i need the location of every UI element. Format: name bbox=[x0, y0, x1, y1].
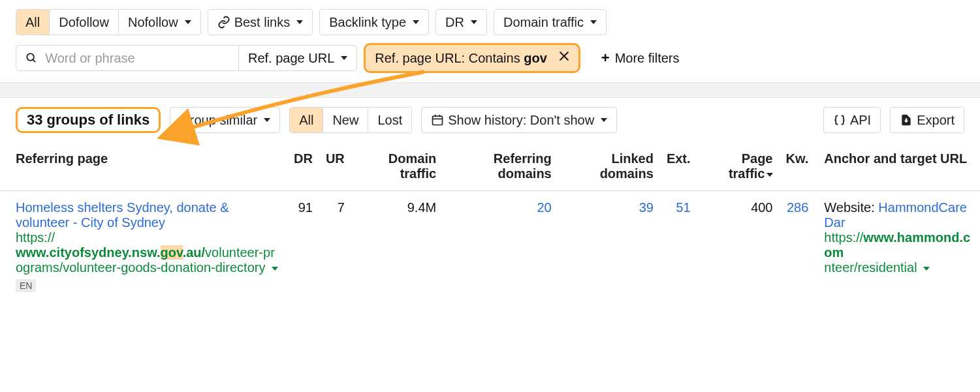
col-anchor[interactable]: Anchor and target URL bbox=[815, 142, 980, 191]
group-similar-dropdown[interactable]: Group similar bbox=[170, 107, 280, 133]
status-segment: All New Lost bbox=[289, 107, 412, 133]
col-referring-domains[interactable]: Referring domains bbox=[443, 142, 558, 191]
follow-segment: All Dofollow Nofollow bbox=[16, 9, 201, 35]
backlink-type-label: Backlink type bbox=[329, 15, 406, 30]
best-links-label: Best links bbox=[234, 15, 291, 30]
svg-point-0 bbox=[27, 53, 34, 61]
follow-all[interactable]: All bbox=[16, 10, 50, 35]
referring-page-url[interactable]: https://www.cityofsydney.nsw.gov.au/volu… bbox=[16, 230, 281, 275]
cell-dr: 91 bbox=[287, 191, 319, 302]
domain-traffic-filter[interactable]: Domain traffic bbox=[494, 9, 607, 35]
cell-linked-domains[interactable]: 39 bbox=[639, 200, 654, 215]
follow-dofollow[interactable]: Dofollow bbox=[50, 10, 119, 35]
chevron-down-icon bbox=[471, 20, 477, 24]
summary-row: 33 groups of links Group similar All New… bbox=[0, 98, 980, 142]
export-button[interactable]: Export bbox=[890, 107, 964, 133]
chevron-down-icon bbox=[341, 56, 347, 60]
close-icon bbox=[558, 50, 571, 63]
separator-band bbox=[0, 82, 980, 98]
anchor-prefix: Website: bbox=[824, 200, 878, 215]
follow-nofollow-label: Nofollow bbox=[128, 15, 178, 30]
col-ext[interactable]: Ext. bbox=[660, 142, 697, 191]
search-wrap: Ref. page URL bbox=[16, 45, 357, 71]
chevron-down-icon bbox=[185, 20, 191, 24]
chevron-down-icon bbox=[590, 20, 597, 24]
group-similar-label: Group similar bbox=[180, 113, 257, 128]
referring-page-title[interactable]: Homeless shelters Sydney, donate & volun… bbox=[16, 200, 229, 230]
cell-domain-traffic: 9.4M bbox=[351, 191, 443, 302]
filter-row-1: All Dofollow Nofollow Best links Backlin… bbox=[0, 0, 980, 40]
chevron-down-icon[interactable] bbox=[272, 267, 278, 271]
groups-count: 33 groups of links bbox=[16, 107, 161, 133]
backlinks-table: Referring page DR UR Domain traffic Refe… bbox=[0, 142, 980, 301]
active-filter-chip: Ref. page URL: Contains gov bbox=[364, 43, 580, 73]
search-icon bbox=[25, 52, 37, 65]
chevron-down-icon bbox=[264, 118, 270, 122]
more-filters-label: More filters bbox=[615, 51, 680, 66]
best-links-filter[interactable]: Best links bbox=[208, 9, 313, 35]
export-label: Export bbox=[917, 113, 955, 128]
lang-badge: EN bbox=[16, 279, 36, 292]
api-button[interactable]: API bbox=[823, 107, 881, 133]
cell-page-traffic: 400 bbox=[697, 191, 780, 302]
search-scope-dropdown[interactable]: Ref. page URL bbox=[238, 46, 356, 70]
chevron-down-icon bbox=[296, 20, 303, 24]
svg-line-1 bbox=[33, 59, 35, 62]
more-filters[interactable]: + More filters bbox=[587, 50, 680, 67]
filter-chip-text: Ref. page URL: Contains gov bbox=[375, 51, 546, 66]
search-input[interactable] bbox=[44, 50, 229, 67]
download-icon bbox=[900, 113, 913, 127]
chevron-down-icon bbox=[413, 20, 419, 24]
backlink-type-filter[interactable]: Backlink type bbox=[319, 9, 429, 35]
api-label: API bbox=[850, 113, 871, 128]
svg-rect-4 bbox=[433, 116, 443, 125]
plus-icon: + bbox=[601, 50, 610, 67]
col-ur[interactable]: UR bbox=[319, 142, 351, 191]
target-url[interactable]: https://www.hammond.comnteer/residential bbox=[824, 230, 973, 275]
braces-icon bbox=[833, 113, 846, 127]
follow-nofollow[interactable]: Nofollow bbox=[119, 10, 200, 35]
filter-row-2: Ref. page URL Ref. page URL: Contains go… bbox=[0, 40, 980, 82]
cell-kw[interactable]: 286 bbox=[787, 200, 808, 215]
status-new[interactable]: New bbox=[323, 108, 368, 132]
col-referring-page[interactable]: Referring page bbox=[0, 142, 287, 191]
chevron-down-icon[interactable] bbox=[923, 267, 930, 271]
status-lost[interactable]: Lost bbox=[368, 108, 411, 132]
dr-filter-label: DR bbox=[445, 15, 464, 30]
sort-desc-icon bbox=[767, 173, 773, 177]
domain-traffic-filter-label: Domain traffic bbox=[503, 15, 584, 30]
table-row: Homeless shelters Sydney, donate & volun… bbox=[0, 191, 980, 302]
chevron-down-icon bbox=[601, 118, 607, 122]
col-page-traffic[interactable]: Page traffic bbox=[697, 142, 780, 191]
status-all[interactable]: All bbox=[290, 108, 323, 132]
col-dr[interactable]: DR bbox=[287, 142, 319, 191]
col-domain-traffic[interactable]: Domain traffic bbox=[351, 142, 443, 191]
cell-ur: 7 bbox=[319, 191, 351, 302]
dr-filter[interactable]: DR bbox=[435, 9, 487, 35]
col-kw[interactable]: Kw. bbox=[780, 142, 815, 191]
col-linked-domains[interactable]: Linked domains bbox=[558, 142, 660, 191]
link-icon bbox=[217, 16, 230, 29]
cell-ext[interactable]: 51 bbox=[676, 200, 690, 215]
calendar-icon bbox=[431, 113, 444, 127]
history-label: Show history: Don't show bbox=[448, 113, 594, 128]
filter-chip-remove[interactable] bbox=[556, 50, 572, 67]
cell-referring-domains[interactable]: 20 bbox=[537, 200, 551, 215]
history-dropdown[interactable]: Show history: Don't show bbox=[421, 107, 617, 133]
search-scope-label: Ref. page URL bbox=[248, 51, 334, 66]
